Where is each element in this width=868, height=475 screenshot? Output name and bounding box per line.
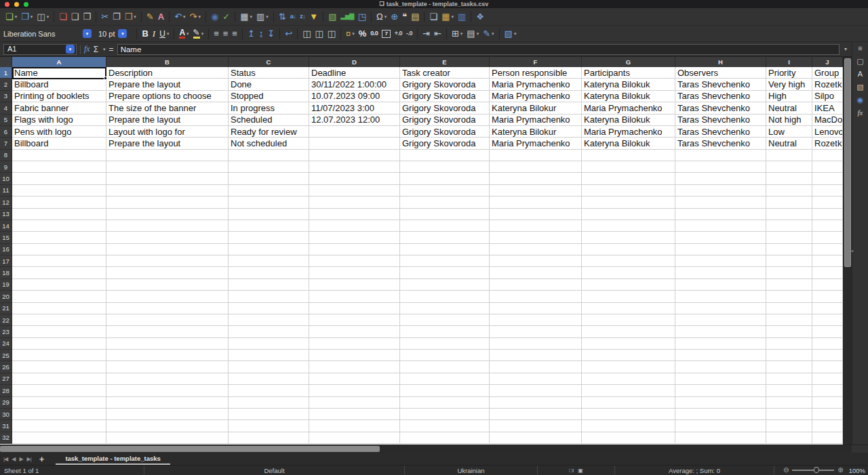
cell-B9[interactable] <box>106 161 229 173</box>
cell-J30[interactable] <box>812 409 843 420</box>
cell-J19[interactable] <box>812 279 843 291</box>
row-header-27[interactable]: 27 <box>0 373 12 385</box>
cell-I23[interactable] <box>766 326 812 337</box>
cell-A14[interactable] <box>12 220 106 232</box>
cell-B20[interactable] <box>106 291 229 302</box>
name-box[interactable]: A1 ▾ <box>3 44 77 55</box>
cell-C18[interactable] <box>229 267 309 278</box>
cell-B27[interactable] <box>106 373 229 385</box>
cell-A10[interactable] <box>12 173 106 184</box>
cell-D9[interactable] <box>309 161 400 173</box>
cell-J10[interactable] <box>812 173 843 184</box>
font-color-button[interactable]: A▾ <box>177 27 191 41</box>
cell-B23[interactable] <box>106 326 229 337</box>
cell-D27[interactable] <box>309 373 400 385</box>
add-decimal-place-button[interactable]: +.0 <box>393 27 404 41</box>
row-header-10[interactable]: 10 <box>0 173 12 184</box>
cell-F10[interactable] <box>490 173 582 184</box>
cell-B17[interactable] <box>106 255 229 267</box>
column-header-E[interactable]: E <box>400 57 490 67</box>
cell-F22[interactable] <box>490 314 582 326</box>
cell-D3[interactable]: 10.07.2023 09:00 <box>309 91 400 102</box>
row-header-11[interactable]: 11 <box>0 185 12 197</box>
row-header-1[interactable]: 1 <box>0 67 12 79</box>
cell-A17[interactable] <box>12 255 106 267</box>
row-header-28[interactable]: 28 <box>0 385 12 396</box>
cell-A20[interactable] <box>12 291 106 302</box>
cell-E9[interactable] <box>400 161 490 173</box>
cell-F9[interactable] <box>490 161 582 173</box>
cell-F1[interactable]: Person responsible <box>490 67 582 79</box>
cell-F4[interactable]: Kateryna Bilokur <box>490 102 582 114</box>
underline-button[interactable]: U▾ <box>157 27 171 41</box>
cell-F26[interactable] <box>490 361 582 373</box>
previous-sheet-icon[interactable]: ◀ <box>9 456 17 462</box>
cell-A18[interactable] <box>12 267 106 278</box>
cell-I3[interactable]: High <box>766 91 812 102</box>
cell-I20[interactable] <box>766 291 812 302</box>
cell-G7[interactable]: Kateryna Bilokuk <box>582 138 675 149</box>
cell-I25[interactable] <box>766 350 812 361</box>
cell-C29[interactable] <box>229 397 309 409</box>
cell-A21[interactable] <box>12 303 106 314</box>
align-center-button[interactable]: ≡ <box>221 27 231 41</box>
currency-format-button[interactable]: ¤▾ <box>344 27 357 41</box>
insert-comment-button[interactable]: ❝ <box>400 10 409 24</box>
cell-E1[interactable]: Task creator <box>400 67 490 79</box>
cell-J8[interactable] <box>812 150 843 161</box>
clone-formatting-button[interactable]: ✎ <box>144 10 156 24</box>
cell-E8[interactable] <box>400 150 490 161</box>
cell-G1[interactable]: Participants <box>582 67 675 79</box>
cell-D25[interactable] <box>309 350 400 361</box>
cell-D26[interactable] <box>309 361 400 373</box>
cell-E30[interactable] <box>400 409 490 420</box>
cell-I24[interactable] <box>766 338 812 350</box>
cell-A31[interactable] <box>12 420 106 432</box>
cell-F31[interactable] <box>490 420 582 432</box>
cell-A11[interactable] <box>12 185 106 197</box>
decrease-indent-button[interactable]: ⇤ <box>432 27 443 41</box>
cell-J32[interactable] <box>812 432 843 444</box>
align-top-button[interactable]: ↥ <box>245 27 257 41</box>
cell-E26[interactable] <box>400 361 490 373</box>
cell-A9[interactable] <box>12 161 106 173</box>
sidebar-settings-icon[interactable]: ≡ <box>858 45 862 52</box>
center-vertically-button[interactable]: ↨ <box>257 27 266 41</box>
spelling-button[interactable]: ✓ <box>220 10 232 24</box>
cell-B31[interactable] <box>106 420 229 432</box>
cell-D2[interactable]: 30/11/2022 1:00:00 <box>309 79 400 90</box>
cell-E7[interactable]: Grigory Skovoroda <box>400 138 490 149</box>
cell-J26[interactable] <box>812 361 843 373</box>
cell-B5[interactable]: Prepare the layout <box>106 115 229 126</box>
cell-J22[interactable] <box>812 314 843 326</box>
cell-G15[interactable] <box>582 232 675 243</box>
cell-G6[interactable]: Maria Prymachenko <box>582 126 675 138</box>
cell-H11[interactable] <box>675 185 766 197</box>
paste-button[interactable]: ❒▾ <box>123 10 138 24</box>
row-header-24[interactable]: 24 <box>0 338 12 350</box>
cell-A26[interactable] <box>12 361 106 373</box>
merge-and-center-cells-button[interactable]: ◫ <box>300 27 313 41</box>
cell-G17[interactable] <box>582 255 675 267</box>
cell-D20[interactable] <box>309 291 400 302</box>
maximize-window-button[interactable] <box>24 2 28 7</box>
conditional-button[interactable]: ▧▾ <box>502 27 519 41</box>
cell-H4[interactable]: Taras Shevchenko <box>675 102 766 114</box>
cell-I17[interactable] <box>766 255 812 267</box>
cell-I15[interactable] <box>766 232 812 243</box>
underline-dropdown-icon[interactable]: ▾ <box>167 31 170 37</box>
zoom-slider[interactable] <box>792 470 834 471</box>
cell-H29[interactable] <box>675 397 766 409</box>
cell-J12[interactable] <box>812 197 843 208</box>
row-header-16[interactable]: 16 <box>0 244 12 255</box>
cell-B24[interactable] <box>106 338 229 350</box>
sum-dropdown-icon[interactable]: ▾ <box>103 47 106 52</box>
redo-dropdown-icon[interactable]: ▾ <box>198 14 201 20</box>
sidebar-navigator-icon[interactable]: ◉ <box>857 96 864 104</box>
number-format-button[interactable]: 0.0 <box>368 27 380 41</box>
horizontal-scrollbar-thumb[interactable] <box>0 446 380 452</box>
cell-I27[interactable] <box>766 373 812 385</box>
cell-A23[interactable] <box>12 326 106 337</box>
cell-A32[interactable] <box>12 432 106 444</box>
cell-E18[interactable] <box>400 267 490 278</box>
